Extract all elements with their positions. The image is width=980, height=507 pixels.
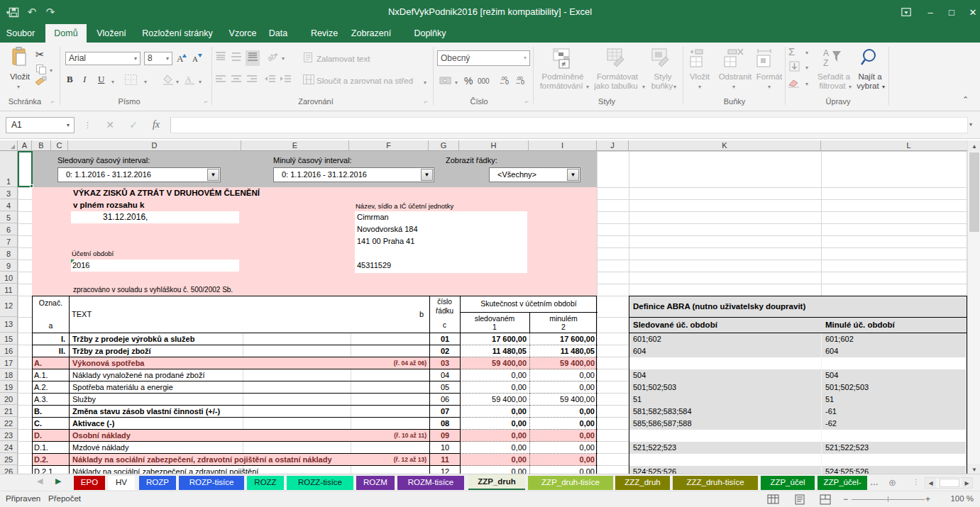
format-cells-icon[interactable] bbox=[756, 48, 776, 71]
previous-sheet-icon[interactable]: ◀ bbox=[37, 477, 43, 486]
sheet-tab-hv[interactable]: HV bbox=[108, 476, 135, 490]
row-header-21[interactable]: 21 bbox=[0, 405, 18, 417]
row-header-1[interactable]: 1 bbox=[0, 151, 18, 187]
increase-decimal-icon[interactable]: →0.00 bbox=[514, 75, 529, 89]
selected-cell-a1[interactable] bbox=[18, 151, 33, 187]
page-layout-view-icon[interactable] bbox=[793, 494, 806, 505]
table-row[interactable]: A.2. Spotřeba materiálu a energie 05 0,0… bbox=[33, 381, 596, 394]
expand-formula-bar-icon[interactable]: ▾ bbox=[969, 121, 972, 128]
name-box-dropdown-icon[interactable]: ▾ bbox=[67, 122, 70, 128]
row-header-16[interactable]: 16 bbox=[0, 345, 18, 357]
bold-button[interactable]: B bbox=[67, 74, 73, 85]
tab-data[interactable]: Data bbox=[264, 24, 292, 43]
sheet-tab-zzp-druh[interactable]: ZZP_druh bbox=[468, 474, 525, 490]
conditional-formatting-label-1[interactable]: Podmíněné bbox=[534, 72, 592, 81]
column-header-g[interactable]: G bbox=[429, 140, 459, 151]
accounting-period-cell[interactable]: 2016 bbox=[71, 260, 239, 272]
vertical-scrollbar[interactable]: ▲ ▼ bbox=[967, 140, 980, 475]
sheet-tab-zzp-druh-tisice[interactable]: ZZP_druh-tisíce bbox=[528, 476, 613, 490]
conditional-formatting-label-2[interactable]: formátování bbox=[532, 82, 590, 90]
table-row[interactable]: B. Změna stavu zásob vlastní činnosti (+… bbox=[33, 406, 596, 418]
sheet-tab-zzz-druh[interactable]: ZZZ_druh bbox=[615, 476, 670, 490]
column-header-e[interactable]: E bbox=[241, 140, 349, 151]
align-bottom-icon[interactable] bbox=[246, 50, 260, 66]
number-dialog-launcher[interactable]: ⌐ bbox=[525, 98, 532, 105]
row-header-8[interactable]: 8 bbox=[0, 247, 18, 260]
vertical-scrollbar-thumb[interactable] bbox=[969, 152, 979, 232]
sheet-tab-zzz-druh-tisice[interactable]: ZZZ_druh-tisíce bbox=[673, 476, 758, 490]
ribbon-tab-strip[interactable]: Soubor Domů Vložení Rozložení stránky Vz… bbox=[0, 24, 980, 43]
row-header-10[interactable]: 10 bbox=[0, 272, 18, 284]
row-header-3[interactable]: 3 bbox=[0, 187, 18, 199]
font-size-input[interactable]: 8 ▾ bbox=[144, 52, 172, 65]
table-row[interactable]: D.2. Náklady na sociální zabezpečení, zd… bbox=[33, 454, 596, 466]
enter-formula-icon[interactable]: ✓ bbox=[126, 119, 141, 130]
zoom-in-button[interactable]: + bbox=[925, 494, 930, 504]
scroll-left-icon[interactable]: ◀ bbox=[925, 478, 936, 488]
cancel-formula-icon[interactable]: ✕ bbox=[102, 119, 118, 130]
delete-cells-dropdown-icon[interactable]: ▾ bbox=[732, 84, 735, 90]
table-row[interactable]: A.3. Služby 06 59 400,00 59 400,00 bbox=[33, 394, 596, 406]
sheet-tab-zzp-ucel[interactable]: ZZP_účel bbox=[761, 476, 815, 490]
format-as-table-label-1[interactable]: Formátovat bbox=[590, 72, 644, 81]
zoom-out-button[interactable]: − bbox=[843, 494, 848, 504]
chevron-down-icon[interactable]: ▼ bbox=[421, 169, 433, 181]
row-header-24[interactable]: 24 bbox=[0, 441, 18, 453]
decrease-decimal-icon[interactable]: ←0.00 bbox=[499, 75, 513, 89]
normal-view-icon[interactable] bbox=[767, 494, 780, 505]
conditional-formatting-icon[interactable]: ≠ bbox=[553, 48, 573, 72]
report-date-cell[interactable]: 31.12.2016, bbox=[71, 211, 239, 223]
insert-function-icon[interactable]: fx bbox=[148, 119, 164, 130]
cell-styles-icon[interactable] bbox=[651, 48, 673, 72]
entity-box[interactable]: Cimrman Novodvorská 184 141 00 Praha 41 … bbox=[355, 211, 527, 273]
column-header-c[interactable]: C bbox=[51, 140, 68, 151]
table-row[interactable]: D. Osobní náklady(ř. 10 až 11) 09 0,00 0… bbox=[33, 430, 596, 442]
column-header-l[interactable]: L bbox=[821, 140, 980, 151]
column-header-k[interactable]: K bbox=[629, 140, 821, 151]
delete-cells-icon[interactable] bbox=[724, 48, 745, 71]
sheet-tab-rozm-tisice[interactable]: ROZM-tisíce bbox=[397, 476, 464, 490]
row-header-25[interactable]: 25 bbox=[0, 453, 18, 465]
underline-dropdown-icon[interactable]: ▾ bbox=[111, 79, 114, 85]
percent-style-button[interactable]: % bbox=[464, 75, 473, 87]
tab-rozlozeni-stranky[interactable]: Rozložení stránky bbox=[135, 24, 220, 43]
abra-row[interactable]: 521;522;523521;522;523 bbox=[629, 442, 967, 454]
row-header-20[interactable]: 20 bbox=[0, 393, 18, 405]
number-format-dropdown-icon[interactable]: ▾ bbox=[524, 51, 527, 65]
formula-input[interactable] bbox=[170, 117, 968, 133]
font-size-dropdown-icon[interactable]: ▾ bbox=[166, 52, 169, 65]
maximize-icon[interactable]: □ bbox=[945, 6, 958, 18]
abra-row[interactable]: 5151 bbox=[629, 394, 967, 406]
sheet-tab-epo[interactable]: EPO bbox=[74, 476, 105, 490]
row-header-11[interactable]: 11 bbox=[0, 284, 18, 296]
table-row[interactable]: II. Tržby za prodej zboží 02 11 480,05 1… bbox=[33, 345, 596, 357]
decrease-font-size-icon[interactable]: A bbox=[192, 52, 204, 67]
next-sheet-icon[interactable]: ▶ bbox=[55, 477, 61, 486]
column-header-j[interactable]: J bbox=[597, 140, 629, 151]
scroll-up-icon[interactable]: ▲ bbox=[968, 140, 980, 152]
page-break-preview-icon[interactable] bbox=[819, 494, 832, 505]
select-all-button[interactable] bbox=[0, 140, 18, 151]
sheet-tab-rozz-tisice[interactable]: ROZZ-tisíce bbox=[287, 476, 353, 490]
horizontal-scrollbar-thumb[interactable] bbox=[940, 479, 959, 487]
row-header-12[interactable]: 12 bbox=[0, 296, 18, 317]
minimize-icon[interactable]: – bbox=[924, 6, 937, 18]
fill-handle[interactable] bbox=[30, 184, 33, 188]
abra-row[interactable]: 604604 bbox=[629, 345, 967, 357]
table-row[interactable]: C. Aktivace (-) 08 0,00 0,00 bbox=[33, 418, 596, 430]
underline-button[interactable]: U bbox=[98, 74, 104, 85]
column-header-h[interactable]: H bbox=[459, 140, 529, 151]
format-as-table-icon[interactable] bbox=[607, 48, 628, 72]
abra-row[interactable] bbox=[629, 430, 967, 442]
find-select-label-2[interactable]: vybrat bbox=[849, 82, 886, 90]
sheet-tab-rozz[interactable]: ROZZ bbox=[247, 476, 284, 490]
find-select-dropdown-icon[interactable]: ▾ bbox=[882, 84, 885, 90]
table-row[interactable]: D.1. Mzdové náklady 10 0,00 0,00 bbox=[33, 442, 596, 454]
scroll-right-icon[interactable]: ▶ bbox=[962, 478, 972, 488]
row-header-18[interactable]: 18 bbox=[0, 369, 18, 381]
format-cells-dropdown-icon[interactable]: ▾ bbox=[768, 84, 771, 90]
abra-row[interactable]: 504504 bbox=[629, 369, 967, 381]
column-header-d[interactable]: D bbox=[68, 140, 241, 151]
increase-font-size-icon[interactable]: A bbox=[176, 52, 189, 67]
italic-button[interactable]: I bbox=[83, 74, 86, 85]
